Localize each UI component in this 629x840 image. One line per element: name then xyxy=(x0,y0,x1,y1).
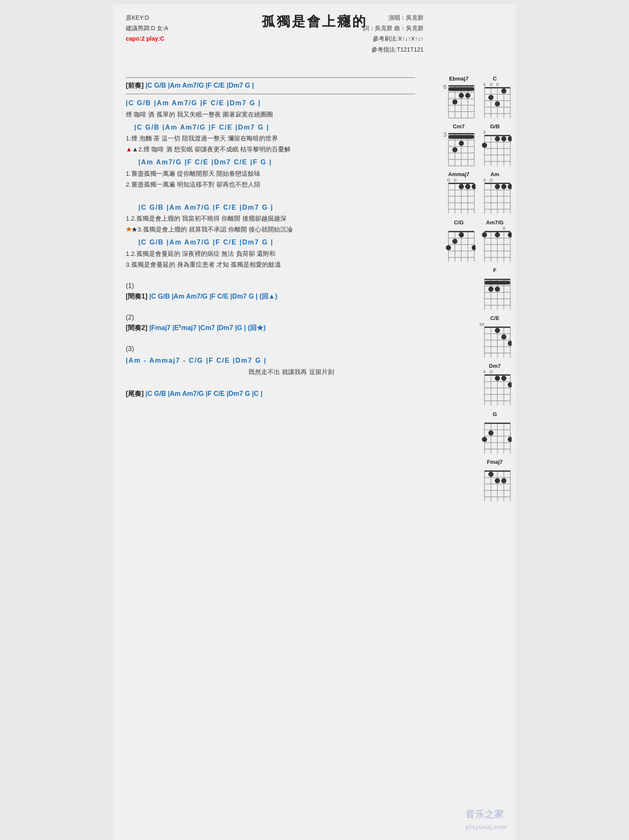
svg-text:3: 3 xyxy=(443,132,447,138)
page: 孤獨是會上癮的 原KEY:D 建議男調:D 女:A capo:2 play:C … xyxy=(113,4,516,840)
chord-diagrams-panel: Ebmaj7 6 xyxy=(428,75,512,503)
chord-am: Am x o xyxy=(478,171,512,216)
chorus2-chords: |C G/B |Am Am7/G |F C/E |Dm7 G | xyxy=(126,202,415,213)
gb-grid: x xyxy=(478,130,512,168)
svg-point-45 xyxy=(452,147,457,152)
svg-point-146 xyxy=(508,341,512,346)
svg-point-46 xyxy=(459,141,464,146)
chorus1-chords: |Am Am7/G |F C/E |Dm7 C/E |F G | xyxy=(126,157,415,168)
meta-right: 演唱：吳克群 詞：吳克群 曲：吳克群 參考刷法:X↑↓↑X↑↓↑ 參考指法:T1… xyxy=(363,13,424,55)
svg-text:o: o xyxy=(454,178,457,183)
svg-text:x: x xyxy=(483,370,486,374)
chord-row-8: G xyxy=(428,411,512,455)
intro-section: [前奏] |C G/B |Am Am7/G |F C/E |Dm7 G | xyxy=(126,81,415,90)
g-grid xyxy=(478,418,512,455)
svg-point-172 xyxy=(482,437,487,442)
p3-label: (3) xyxy=(126,345,415,353)
svg-rect-12 xyxy=(448,87,474,91)
svg-point-15 xyxy=(465,93,470,98)
chorus3-chords: |C G/B |Am Am7/G |F C/E |Dm7 G | xyxy=(126,237,415,248)
chorus3-section: |C G/B |Am Am7/G |F C/E |Dm7 G | 1.2.孤獨是… xyxy=(126,237,415,270)
chord-c: C x o o xyxy=(478,75,512,120)
chord-am7g: Am7/G o xyxy=(478,219,512,264)
chord-g: G xyxy=(478,411,512,455)
svg-text:o: o xyxy=(447,178,450,183)
interlude2-label: [間奏2] xyxy=(126,324,148,331)
outro-label: [尾奏] xyxy=(126,390,144,397)
chord-fmaj7: Fmaj7 xyxy=(478,459,512,503)
chorus1-lyric1b: 2.嘗盡孤獨一萬遍 明知這樣不對 卻再也不想人陪 xyxy=(126,179,415,190)
chord-row-5: F xyxy=(428,267,512,312)
chord-row-9: Fmaj7 xyxy=(428,459,512,503)
svg-point-89 xyxy=(495,184,500,189)
svg-rect-44 xyxy=(448,135,474,139)
p1-section: (1) xyxy=(126,282,415,290)
svg-point-104 xyxy=(459,232,464,237)
svg-point-90 xyxy=(501,184,506,189)
lyrics-info: 詞：吳克群 曲：吳克群 xyxy=(363,23,424,34)
chorus3-lyric2a: 1.2.孤獨是會蔓延的 深夜裡的病症 無法 負荷卻 還附和 xyxy=(126,249,415,259)
intro-line: [前奏] |C G/B |Am Am7/G |F C/E |Dm7 G | xyxy=(126,81,415,90)
suggestion-info: 建議男調:D 女:A xyxy=(126,23,168,34)
f-grid xyxy=(478,274,512,312)
verse1-lyric2b: ▲▲2.煙 咖啡 酒 想安眠 卻讓夜更不成眠 枯等黎明的百憂解 xyxy=(126,144,415,154)
chord-row-3: Ammaj7 o o xyxy=(428,171,512,216)
svg-point-60 xyxy=(501,136,506,141)
svg-point-76 xyxy=(472,184,476,189)
svg-point-160 xyxy=(501,376,506,381)
capo-info: capo:2 play:C xyxy=(126,34,168,44)
dm7-grid: x o xyxy=(478,370,512,407)
performer-info: 演唱：吳克群 xyxy=(363,13,424,23)
chord-row-2: Cm7 3 xyxy=(428,123,512,168)
chord-row-7: Dm7 x o xyxy=(428,363,512,407)
content-area: [前奏] |C G/B |Am Am7/G |F C/E |Dm7 G | |C… xyxy=(126,77,415,398)
interlude1-line: [間奏1] |C G/B |Am Am7/G |F C/E |Dm7 G | (… xyxy=(126,292,415,301)
key-info: 原KEY:D xyxy=(126,13,168,23)
meta-left: 原KEY:D 建議男調:D 女:A capo:2 play:C xyxy=(126,13,168,44)
chord-ebmaj7: Ebmaj7 6 xyxy=(442,75,476,120)
chord-gb: G/B x xyxy=(478,123,512,168)
chorus2-lyric1a: 1.2.孤獨是會上癮的 我當初不曉得 你離開 後癮卻越掘越深 xyxy=(126,213,415,224)
svg-point-13 xyxy=(452,99,457,104)
bridge-lyric: 既然走不出 就讓我再 逗留片刻 xyxy=(126,367,415,377)
intro-chords: |C G/B |Am Am7/G |F C/E |Dm7 G | xyxy=(146,82,254,89)
chorus1-section: |Am Am7/G |F C/E |Dm7 C/E |F G | 1.嘗盡孤獨一… xyxy=(126,157,415,190)
outro-chords: |C G/B |Am Am7/G |F C/E |Dm7 G |C | xyxy=(146,390,263,397)
chord-dm7: Dm7 x o xyxy=(478,363,512,407)
svg-point-91 xyxy=(508,184,512,189)
svg-point-131 xyxy=(489,286,494,291)
svg-text:x: x xyxy=(483,130,486,135)
chord-cg: C/G xyxy=(442,219,476,264)
svg-point-102 xyxy=(446,245,451,250)
svg-text:o: o xyxy=(496,83,499,87)
p2-label: (2) xyxy=(126,314,415,321)
svg-point-59 xyxy=(495,136,500,141)
chorus2-lyric1b: ★★3.孤獨是會上癮的 就算我不承認 你離開 後心就開始沉淪 xyxy=(126,224,415,234)
svg-text:6: 6 xyxy=(443,83,447,90)
svg-point-74 xyxy=(459,184,464,189)
bridge-chords: |Am - Ammaj7 - C/G |F C/E |Dm7 G | xyxy=(126,355,415,366)
svg-point-187 xyxy=(501,478,506,483)
chord-cm7: Cm7 3 xyxy=(442,123,476,168)
chord-row-6: C/E xx xyxy=(428,315,512,359)
chord-f: F xyxy=(478,267,512,312)
svg-point-174 xyxy=(508,437,512,442)
svg-point-186 xyxy=(495,478,500,483)
svg-point-61 xyxy=(508,136,512,141)
svg-point-31 xyxy=(495,101,500,107)
am7g-grid: o xyxy=(478,226,512,264)
svg-text:xx: xx xyxy=(479,322,485,327)
svg-point-30 xyxy=(489,95,494,100)
svg-text:o: o xyxy=(490,178,493,183)
verse1-chords2: |C G/B |Am Am7/G |F C/E |Dm7 G | xyxy=(126,122,415,133)
fmaj7-grid xyxy=(478,466,512,503)
c-grid: x o o xyxy=(478,83,512,120)
interlude2-section: [間奏2] |Fmaj7 |Ebmaj7 |Cm7 |Dm7 |G | (回★) xyxy=(126,324,415,333)
page-title: 孤獨是會上癮的 xyxy=(126,13,503,31)
interlude1-section: [間奏1] |C G/B |Am Am7/G |F C/E |Dm7 G | (… xyxy=(126,292,415,301)
verse1-block2: |C G/B |Am Am7/G |F C/E |Dm7 G | 1.煙 泡麵 … xyxy=(126,122,415,155)
verse1-block1: |C G/B |Am Am7/G |F C/E |Dm7 G | 煙 咖啡 酒 … xyxy=(126,98,415,120)
verse1-lyric1: 煙 咖啡 酒 孤單的 我又失眠一整夜 圍著寂寞在繞圈圈 xyxy=(126,109,415,120)
chord-ammaj7: Ammaj7 o o xyxy=(442,171,476,216)
svg-point-103 xyxy=(452,239,457,244)
